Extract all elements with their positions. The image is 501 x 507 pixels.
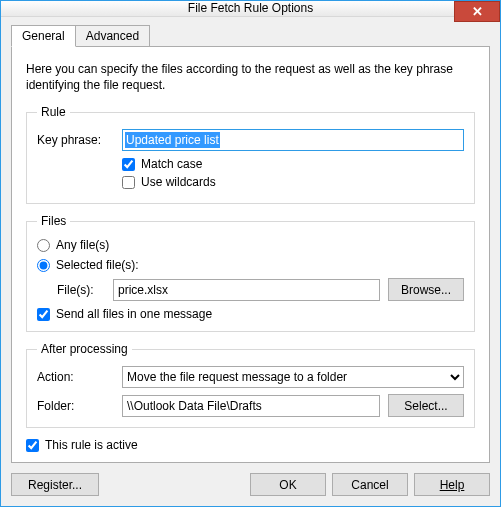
tabstrip: General Advanced [11,25,490,46]
any-files-radio[interactable] [37,239,50,252]
rule-active-label: This rule is active [45,438,138,452]
cancel-button[interactable]: Cancel [332,473,408,496]
group-rule: Rule Key phrase: Updated price list Matc… [26,105,475,204]
folder-label: Folder: [37,399,122,413]
action-label: Action: [37,370,122,384]
client-area: General Advanced Here you can specify th… [1,17,500,506]
ok-button[interactable]: OK [250,473,326,496]
match-case-label: Match case [141,157,202,171]
action-select[interactable]: Move the file request message to a folde… [122,366,464,388]
group-after-legend: After processing [37,342,132,356]
dialog-window: File Fetch Rule Options ✕ General Advanc… [0,0,501,507]
register-button[interactable]: Register... [11,473,99,496]
match-case-checkbox[interactable] [122,158,135,171]
tab-advanced[interactable]: Advanced [75,25,150,46]
files-label: File(s): [57,283,113,297]
dialog-footer: Register... OK Cancel Help [11,463,490,496]
selected-files-label: Selected file(s): [56,258,139,272]
close-icon: ✕ [472,4,483,19]
tab-general[interactable]: General [11,25,76,47]
group-rule-legend: Rule [37,105,70,119]
folder-input[interactable] [122,395,380,417]
group-after: After processing Action: Move the file r… [26,342,475,428]
browse-button[interactable]: Browse... [388,278,464,301]
select-folder-button[interactable]: Select... [388,394,464,417]
use-wildcards-label: Use wildcards [141,175,216,189]
window-title: File Fetch Rule Options [188,1,313,15]
titlebar: File Fetch Rule Options ✕ [1,1,500,17]
selected-files-radio[interactable] [37,259,50,272]
key-phrase-value: Updated price list [125,132,220,148]
send-all-checkbox[interactable] [37,308,50,321]
help-button[interactable]: Help [414,473,490,496]
use-wildcards-checkbox[interactable] [122,176,135,189]
send-all-label: Send all files in one message [56,307,212,321]
tab-panel-general: Here you can specify the files according… [11,46,490,463]
any-files-label: Any file(s) [56,238,109,252]
close-button[interactable]: ✕ [454,1,500,22]
rule-active-checkbox[interactable] [26,439,39,452]
group-files-legend: Files [37,214,70,228]
intro-text: Here you can specify the files according… [26,61,475,93]
files-input[interactable] [113,279,380,301]
group-files: Files Any file(s) Selected file(s): File… [26,214,475,332]
key-phrase-input[interactable]: Updated price list [122,129,464,151]
key-phrase-label: Key phrase: [37,133,122,147]
